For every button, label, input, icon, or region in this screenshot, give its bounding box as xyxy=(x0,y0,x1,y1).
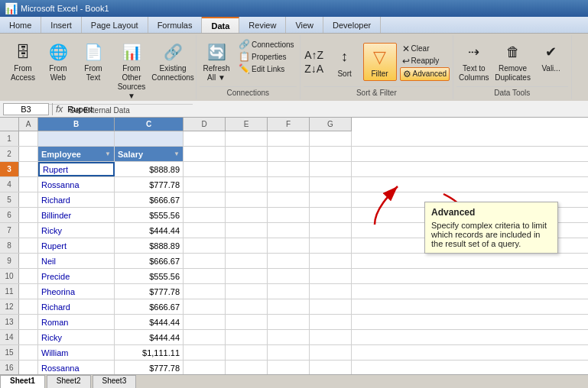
cell-c12[interactable]: $666.67 xyxy=(115,299,184,314)
row-header-4[interactable]: 4 xyxy=(0,177,19,192)
cell-g1[interactable] xyxy=(310,131,352,146)
tab-page-layout[interactable]: Page Layout xyxy=(82,17,148,33)
col-header-f[interactable]: F xyxy=(268,118,310,131)
text-to-columns-button[interactable]: ⇢ Text toColumns xyxy=(456,38,491,84)
cell-b8[interactable]: Rupert xyxy=(38,238,115,253)
existing-connections-button[interactable]: 🔗 ExistingConnections xyxy=(153,38,193,84)
cell-b9[interactable]: Neil xyxy=(38,254,115,268)
cell-c8[interactable]: $888.89 xyxy=(115,238,184,253)
properties-button[interactable]: 📋 Properties xyxy=(236,50,297,63)
cell-c15[interactable]: $1,111.11 xyxy=(115,345,184,360)
row-header-10[interactable]: 10 xyxy=(0,269,19,283)
cell-c5[interactable]: $666.67 xyxy=(115,192,184,207)
salary-filter-arrow[interactable]: ▼ xyxy=(174,150,180,157)
row-header-2[interactable]: 2 xyxy=(0,147,19,161)
sheet-tab-2[interactable]: Sheet2 xyxy=(47,375,91,388)
row-header-3[interactable]: 3 xyxy=(0,162,19,176)
cell-b6[interactable]: Billinder xyxy=(38,208,115,222)
row-header-6[interactable]: 6 xyxy=(0,208,19,222)
row-header-13[interactable]: 13 xyxy=(0,315,19,329)
connections-button[interactable]: 🔗 Connections xyxy=(236,38,297,50)
cell-c10[interactable]: $555.56 xyxy=(115,269,184,283)
cell-b15[interactable]: William xyxy=(38,345,115,360)
col-header-a[interactable]: A xyxy=(19,118,38,131)
tab-developer[interactable]: Developer xyxy=(323,17,381,33)
cell-reference[interactable] xyxy=(3,103,49,115)
cell-c9[interactable]: $666.67 xyxy=(115,254,184,268)
cell-e2[interactable] xyxy=(226,147,268,161)
col-header-e[interactable]: E xyxy=(226,118,268,131)
cell-b11[interactable]: Pheorina xyxy=(38,284,115,299)
from-web-button[interactable]: 🌐 FromWeb xyxy=(41,38,75,84)
cell-c6[interactable]: $555.56 xyxy=(115,208,184,222)
remove-duplicates-button[interactable]: 🗑 RemoveDuplicates xyxy=(493,38,533,84)
reapply-button[interactable]: ↩ Reapply xyxy=(400,55,450,67)
cell-e1[interactable] xyxy=(226,131,268,146)
tab-home[interactable]: Home xyxy=(0,17,41,33)
tab-review[interactable]: Review xyxy=(239,17,286,33)
cell-f1[interactable] xyxy=(268,131,310,146)
cell-b5[interactable]: Richard xyxy=(38,192,115,207)
row-header-9[interactable]: 9 xyxy=(0,254,19,268)
sheet-tab-1[interactable]: Sheet1 xyxy=(0,375,45,388)
sort-az-button[interactable]: A↑Z xyxy=(304,49,325,61)
cell-b4[interactable]: Rossanna xyxy=(38,177,115,192)
employee-filter-arrow[interactable]: ▼ xyxy=(105,150,111,157)
cell-a3[interactable] xyxy=(19,162,38,176)
cell-c4[interactable]: $777.78 xyxy=(115,177,184,192)
cell-f2[interactable] xyxy=(268,147,310,161)
row-header-5[interactable]: 5 xyxy=(0,192,19,207)
clear-button[interactable]: ✕ Clear xyxy=(400,43,450,55)
sort-za-button[interactable]: Z↓A xyxy=(304,63,325,75)
cell-c3[interactable]: $888.89 xyxy=(115,162,184,176)
col-header-b[interactable]: B xyxy=(38,118,115,131)
row-header-16[interactable]: 16 xyxy=(0,361,19,375)
cell-b2[interactable]: Employee ▼ xyxy=(38,147,115,161)
row-header-7[interactable]: 7 xyxy=(0,223,19,238)
tab-insert[interactable]: Insert xyxy=(41,17,82,33)
filter-button[interactable]: ▽ Filter xyxy=(363,43,397,81)
cell-b1[interactable] xyxy=(38,131,115,146)
tab-formulas[interactable]: Formulas xyxy=(148,17,203,33)
cell-c16[interactable]: $777.78 xyxy=(115,361,184,375)
cell-b16[interactable]: Rossanna xyxy=(38,361,115,375)
cell-b12[interactable]: Richard xyxy=(38,299,115,314)
sheet-tab-3[interactable]: Sheet3 xyxy=(93,375,137,388)
cell-b10[interactable]: Precide xyxy=(38,269,115,283)
cell-c2[interactable]: Salary ▼ xyxy=(115,147,184,161)
refresh-all-button[interactable]: 🔄 RefreshAll ▼ xyxy=(200,38,233,84)
row-header-12[interactable]: 12 xyxy=(0,299,19,314)
cell-b7[interactable]: Ricky xyxy=(38,223,115,238)
tab-data[interactable]: Data xyxy=(202,17,239,33)
cell-c1[interactable] xyxy=(115,131,184,146)
cell-e3[interactable] xyxy=(226,162,268,176)
from-text-button[interactable]: 📄 FromText xyxy=(76,38,110,84)
row-header-1[interactable]: 1 xyxy=(0,131,19,146)
formula-input[interactable] xyxy=(67,105,585,114)
cell-a1[interactable] xyxy=(19,131,38,146)
cell-b13[interactable]: Roman xyxy=(38,315,115,329)
tab-view[interactable]: View xyxy=(286,17,323,33)
cell-c11[interactable]: $777.78 xyxy=(115,284,184,299)
cell-d1[interactable] xyxy=(184,131,226,146)
from-access-button[interactable]: 🗄 FromAccess xyxy=(6,38,40,84)
from-other-sources-button[interactable]: 📊 From OtherSources ▼ xyxy=(112,38,151,102)
row-header-15[interactable]: 15 xyxy=(0,345,19,360)
cell-g3[interactable] xyxy=(310,162,352,176)
col-header-c[interactable]: C xyxy=(115,118,184,131)
cell-d3[interactable] xyxy=(184,162,226,176)
cell-d2[interactable] xyxy=(184,147,226,161)
advanced-button[interactable]: ⚙ Advanced xyxy=(400,67,450,81)
cell-c13[interactable]: $444.44 xyxy=(115,315,184,329)
cell-a2[interactable] xyxy=(19,147,38,161)
row-header-11[interactable]: 11 xyxy=(0,284,19,299)
cell-b14[interactable]: Ricky xyxy=(38,330,115,344)
edit-links-button[interactable]: ✏️ Edit Links xyxy=(236,63,297,75)
validation-button[interactable]: ✔ Vali... xyxy=(534,38,568,75)
sort-button[interactable]: ↕ Sort xyxy=(328,44,362,80)
col-header-g[interactable]: G xyxy=(310,118,352,131)
cell-b3[interactable]: Rupert xyxy=(38,162,115,176)
cell-f3[interactable] xyxy=(268,162,310,176)
col-header-d[interactable]: D xyxy=(184,118,226,131)
cell-c14[interactable]: $444.44 xyxy=(115,330,184,344)
